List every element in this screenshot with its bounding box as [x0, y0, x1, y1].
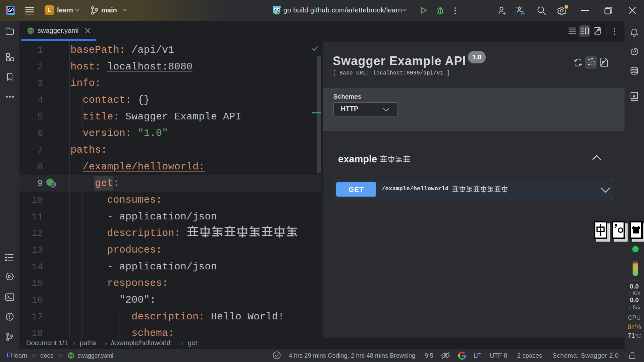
svg-text:A: A [521, 10, 525, 16]
svg-text:A: A [633, 94, 636, 99]
